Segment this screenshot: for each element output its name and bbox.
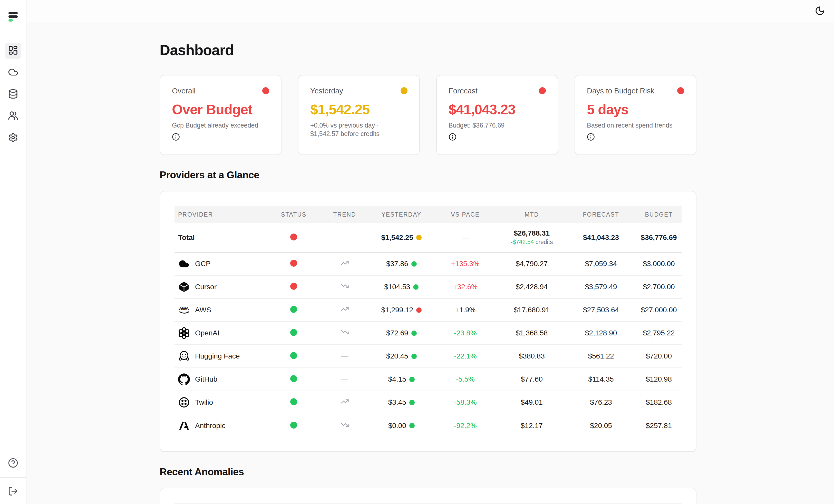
forecast-cell: $3,579.49 (566, 275, 636, 299)
logout-icon (8, 486, 18, 497)
trend-flat-dash: — (341, 352, 348, 360)
page-title: Dashboard (160, 42, 697, 59)
provider-name-cell: Cursor (175, 275, 268, 299)
column-header-actual: Actual (644, 503, 682, 504)
credits-note: -$742.54 credits (502, 239, 561, 246)
yesterday-dot (411, 330, 417, 336)
budget-cell: $27,000.00 (636, 299, 682, 322)
dashboard-icon (8, 45, 18, 57)
sidebar-item-cloud[interactable] (5, 64, 21, 81)
trend-cell (320, 391, 370, 414)
anthropic-icon (178, 420, 190, 432)
status-cell (268, 414, 320, 437)
users-icon (8, 111, 18, 122)
stat-card-subtext: Gcp Budget already exceeded (172, 121, 269, 130)
table-row-provider[interactable]: GCP $37.86 +135.3% $4,790.27 $7,059.34 $… (175, 252, 682, 275)
provider-name-cell: Twilio (175, 391, 268, 414)
table-row-provider[interactable]: Anthropic $0.00 -92.2% $12.17 $20.05 $25… (175, 414, 682, 437)
stat-card-label: Forecast (448, 87, 478, 95)
mtd-cell: $1,368.58 (498, 322, 566, 345)
info-icon (448, 133, 457, 142)
provider-name-cell: Anthropic (175, 414, 268, 437)
stat-card-value: $41,043.23 (448, 101, 546, 117)
column-header-trend: Trend (320, 206, 370, 223)
status-dot (290, 306, 297, 313)
yesterday-cell: $4.15 (370, 368, 433, 391)
openai-icon (178, 327, 190, 339)
table-row-provider[interactable]: Twilio $3.45 -58.3% $49.01 $76.23 $182.6… (175, 391, 682, 414)
trend-cell (320, 275, 370, 299)
theme-toggle-button[interactable] (812, 4, 827, 19)
yesterday-dot (411, 261, 417, 267)
budget-cell: $2,795.22 (636, 322, 682, 345)
column-header-date: Date (413, 503, 553, 504)
vs-pace-cell: +32.6% (433, 275, 498, 299)
sidebar-item-dashboard[interactable] (5, 43, 21, 59)
forecast-cell: $20.05 (566, 414, 636, 437)
trend-cell (320, 414, 370, 437)
sidebar-item-database[interactable] (5, 86, 21, 103)
sidebar-item-help[interactable] (5, 455, 21, 472)
yesterday-cell: $37.86 (370, 252, 433, 275)
status-cell (268, 275, 320, 299)
trend-up-icon (341, 305, 349, 313)
mtd-cell: $77.60 (498, 368, 566, 391)
sidebar-item-settings[interactable] (5, 130, 21, 146)
help-icon (8, 458, 18, 469)
stat-card-label: Days to Budget Risk (587, 87, 654, 95)
table-row-provider[interactable]: awsAWS $1,299.12 +1.9% $17,680.91 $27,50… (175, 299, 682, 322)
provider-name-cell: OpenAI (175, 322, 268, 345)
mtd-cell: $2,428.94 (498, 275, 566, 299)
providers-table-header-row: ProviderStatusTrendYesterdayVS PaceMTDFo… (175, 206, 682, 223)
sidebar-item-logout[interactable] (5, 483, 21, 500)
forecast-cell: $76.23 (566, 391, 636, 414)
table-row-provider[interactable]: OpenAI $72.69 -23.8% $1,368.58 $2,128.90… (175, 322, 682, 345)
mtd-cell: $17,680.91 (498, 299, 566, 322)
status-dot (290, 375, 297, 382)
trend-down-icon (341, 282, 349, 290)
forecast-cell: $2,128.90 (566, 322, 636, 345)
vs-pace-cell: — (433, 223, 498, 252)
yesterday-dot (416, 307, 422, 313)
status-dot (290, 398, 297, 405)
column-header-delta: Delta (553, 503, 644, 504)
anomalies-table: ProviderServiceDateDeltaActual (175, 503, 682, 504)
budget-cell: $720.00 (636, 345, 682, 368)
table-row-provider[interactable]: GitHub — $4.15 -5.5% $77.60 $114.35 $120… (175, 368, 682, 391)
info-button[interactable] (448, 133, 457, 142)
table-row-total[interactable]: Total $1,542.25 — $26,788.31 -$742.54 cr… (175, 223, 682, 252)
stat-card-days-to-budget-risk: Days to Budget Risk5 daysBased on recent… (575, 75, 697, 155)
mtd-cell: $380.83 (498, 345, 566, 368)
info-button[interactable] (172, 133, 180, 142)
table-row-provider[interactable]: Cursor $104.53 +32.6% $2,428.94 $3,579.4… (175, 275, 682, 299)
stat-card-subtext: +0.0% vs previous day · $1,542.57 before… (310, 121, 408, 138)
sidebar (0, 0, 26, 504)
status-dot (677, 87, 684, 94)
cloud-icon (8, 67, 18, 78)
info-button[interactable] (587, 133, 595, 142)
budget-cell: $182.68 (636, 391, 682, 414)
app-logo[interactable] (8, 12, 18, 22)
huggingface-icon (178, 350, 190, 362)
forecast-cell: $7,059.34 (566, 252, 636, 275)
table-row-provider[interactable]: Hugging Face — $20.45 -22.1% $380.83 $56… (175, 345, 682, 368)
trend-cell: — (320, 368, 370, 391)
gcp-icon (178, 258, 190, 270)
budget-cell: $120.98 (636, 368, 682, 391)
column-header-status: Status (268, 206, 320, 223)
sidebar-item-users[interactable] (5, 108, 21, 125)
stat-card-subtext: Based on recent spend trends (587, 121, 684, 130)
yesterday-cell: $20.45 (370, 345, 433, 368)
status-dot (290, 260, 297, 267)
status-dot (262, 87, 269, 94)
stat-card-forecast: Forecast$41,043.23Budget: $36,776.69 (436, 75, 558, 155)
yesterday-cell: $3.45 (370, 391, 433, 414)
providers-table: ProviderStatusTrendYesterdayVS PaceMTDFo… (175, 206, 682, 437)
provider-name-cell: Hugging Face (175, 345, 268, 368)
column-header-yesterday: Yesterday (370, 206, 433, 223)
trend-down-icon (341, 328, 349, 336)
yesterday-cell: $0.00 (370, 414, 433, 437)
trend-up-icon (341, 259, 349, 267)
status-dot (400, 87, 408, 94)
yesterday-dot (409, 377, 415, 382)
